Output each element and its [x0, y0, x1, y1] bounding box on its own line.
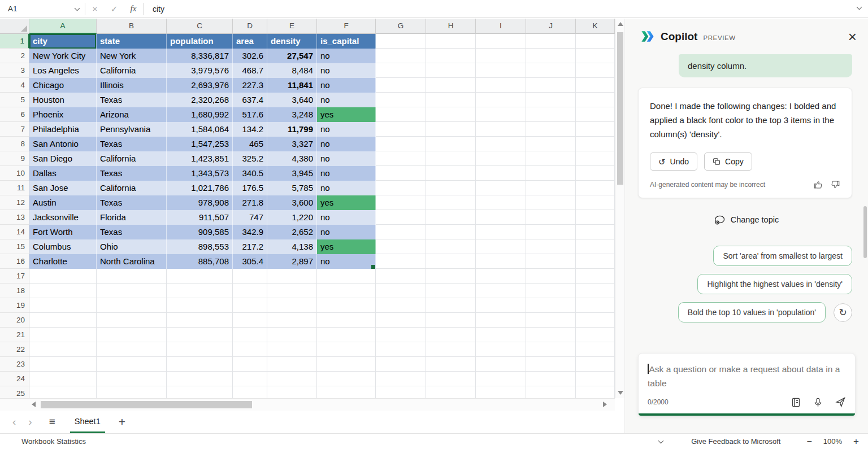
cell-K25[interactable] — [576, 386, 615, 398]
cell-K6[interactable] — [576, 107, 615, 122]
column-header-E[interactable]: E — [267, 19, 317, 34]
scroll-down-icon[interactable] — [618, 391, 623, 395]
horizontal-scroll-thumb[interactable] — [41, 401, 252, 408]
cell-J25[interactable] — [526, 386, 576, 398]
cell-A5[interactable]: Houston — [29, 93, 97, 107]
cell-F17[interactable] — [317, 269, 376, 284]
cell-E5[interactable]: 3,640 — [267, 93, 317, 107]
row-header-8[interactable]: 8 — [0, 137, 29, 151]
cell-D8[interactable]: 465 — [233, 137, 267, 151]
cell-A4[interactable]: Chicago — [29, 78, 97, 93]
thumbs-up-icon[interactable] — [813, 180, 823, 190]
cell-I11[interactable] — [476, 181, 526, 195]
cell-K13[interactable] — [576, 210, 615, 225]
cell-F23[interactable] — [317, 357, 376, 372]
cell-J17[interactable] — [526, 269, 576, 284]
cell-E18[interactable] — [267, 284, 317, 298]
cell-H24[interactable] — [426, 372, 476, 386]
cell-E15[interactable]: 4,138 — [267, 239, 317, 254]
row-header-13[interactable]: 13 — [0, 210, 29, 225]
row-header-4[interactable]: 4 — [0, 78, 29, 93]
cell-D16[interactable]: 305.4 — [233, 254, 267, 269]
cell-G5[interactable] — [376, 93, 426, 107]
workbook-statistics-button[interactable]: Workbook Statistics — [21, 437, 86, 446]
cell-I25[interactable] — [476, 386, 526, 398]
cell-G13[interactable] — [376, 210, 426, 225]
cell-B1[interactable]: state — [97, 34, 167, 49]
sheet-tab-sheet1[interactable]: Sheet1 — [70, 411, 105, 433]
cell-D9[interactable]: 325.2 — [233, 151, 267, 166]
cell-D1[interactable]: area — [233, 34, 267, 49]
cell-I24[interactable] — [476, 372, 526, 386]
column-header-J[interactable]: J — [526, 19, 576, 34]
cell-B7[interactable]: Pennsylvania — [97, 122, 167, 137]
cell-I18[interactable] — [476, 284, 526, 298]
cell-J19[interactable] — [526, 298, 576, 313]
cell-A6[interactable]: Phoenix — [29, 107, 97, 122]
cell-A13[interactable]: Jacksonville — [29, 210, 97, 225]
cell-B9[interactable]: California — [97, 151, 167, 166]
cell-D6[interactable]: 517.6 — [233, 107, 267, 122]
cell-B23[interactable] — [97, 357, 167, 372]
cell-J24[interactable] — [526, 372, 576, 386]
cell-C7[interactable]: 1,584,064 — [167, 122, 233, 137]
cell-K8[interactable] — [576, 137, 615, 151]
cell-A2[interactable]: New York City — [29, 49, 97, 63]
cell-J5[interactable] — [526, 93, 576, 107]
zoom-out-button[interactable]: − — [806, 437, 811, 447]
name-box-chevron-icon[interactable] — [75, 5, 80, 11]
cell-C12[interactable]: 978,908 — [167, 195, 233, 210]
cell-J11[interactable] — [526, 181, 576, 195]
cell-A3[interactable]: Los Angeles — [29, 63, 97, 78]
cell-E22[interactable] — [267, 342, 317, 357]
cell-J9[interactable] — [526, 151, 576, 166]
cell-H8[interactable] — [426, 137, 476, 151]
cell-K2[interactable] — [576, 49, 615, 63]
cell-J20[interactable] — [526, 313, 576, 328]
cell-G8[interactable] — [376, 137, 426, 151]
cell-H6[interactable] — [426, 107, 476, 122]
status-chevron-icon[interactable] — [658, 438, 664, 443]
cell-B3[interactable]: California — [97, 63, 167, 78]
cell-C20[interactable] — [167, 313, 233, 328]
cell-F6[interactable]: yes — [317, 107, 376, 122]
cell-E13[interactable]: 1,220 — [267, 210, 317, 225]
cell-K5[interactable] — [576, 93, 615, 107]
scroll-left-icon[interactable] — [32, 402, 36, 407]
column-header-I[interactable]: I — [476, 19, 526, 34]
row-header-25[interactable]: 25 — [0, 386, 29, 398]
cell-J4[interactable] — [526, 78, 576, 93]
cell-C18[interactable] — [167, 284, 233, 298]
cell-D19[interactable] — [233, 298, 267, 313]
cell-C15[interactable]: 898,553 — [167, 239, 233, 254]
cell-D2[interactable]: 302.6 — [233, 49, 267, 63]
cell-F8[interactable]: no — [317, 137, 376, 151]
cell-C25[interactable] — [167, 386, 233, 398]
thumbs-down-icon[interactable] — [830, 180, 840, 190]
cell-B21[interactable] — [97, 328, 167, 342]
cell-C8[interactable]: 1,547,253 — [167, 137, 233, 151]
cell-C16[interactable]: 885,708 — [167, 254, 233, 269]
cell-K15[interactable] — [576, 239, 615, 254]
cell-I5[interactable] — [476, 93, 526, 107]
name-box[interactable]: A1 — [0, 0, 85, 18]
cell-D7[interactable]: 134.2 — [233, 122, 267, 137]
prev-sheet-icon[interactable]: ‹ — [12, 416, 16, 428]
cell-I20[interactable] — [476, 313, 526, 328]
cell-B18[interactable] — [97, 284, 167, 298]
row-header-9[interactable]: 9 — [0, 151, 29, 166]
cell-J18[interactable] — [526, 284, 576, 298]
cell-H21[interactable] — [426, 328, 476, 342]
cell-A25[interactable] — [29, 386, 97, 398]
vertical-scrollbar[interactable] — [615, 19, 624, 398]
cell-I17[interactable] — [476, 269, 526, 284]
cell-E2[interactable]: 27,547 — [267, 49, 317, 63]
cell-E14[interactable]: 2,652 — [267, 225, 317, 239]
cell-K19[interactable] — [576, 298, 615, 313]
cell-A18[interactable] — [29, 284, 97, 298]
cell-J16[interactable] — [526, 254, 576, 269]
vertical-scroll-thumb[interactable] — [617, 32, 623, 185]
cell-B22[interactable] — [97, 342, 167, 357]
cell-G3[interactable] — [376, 63, 426, 78]
cell-G6[interactable] — [376, 107, 426, 122]
